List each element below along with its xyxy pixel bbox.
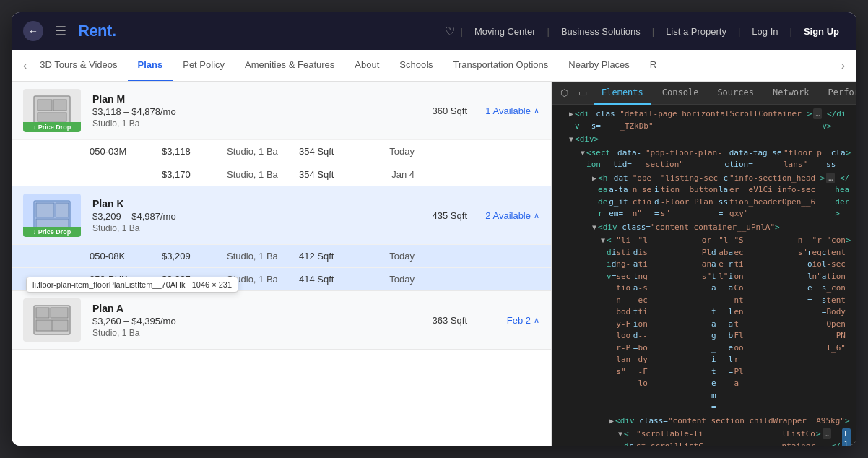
unit-id: 050-03M: [90, 146, 162, 157]
unit-date: Today: [350, 251, 415, 262]
dom-line[interactable]: ▶ <header data-tag_item="open_section" i…: [552, 172, 856, 221]
nav-links: ♡ | Moving Center | Business Solutions |…: [445, 23, 845, 40]
plan-sqft-m: 360 Sqft: [417, 105, 467, 116]
dom-arrow-icon[interactable]: ▶: [592, 173, 596, 183]
plan-details-a: Studio, 1 Ba: [92, 328, 405, 338]
unit-detail: Studio, 1 Ba: [227, 251, 299, 262]
plan-info-a: Plan A $3,260 – $4,395/mo Studio, 1 Ba: [81, 303, 417, 338]
tab-amenities[interactable]: Amenities & Features: [235, 50, 344, 82]
logo: Rent.: [78, 22, 116, 40]
sub-nav: ‹ 3D Tours & Videos Plans Pet Policy Ame…: [12, 50, 856, 82]
tab-plans[interactable]: Plans: [128, 50, 173, 82]
back-button[interactable]: ←: [23, 21, 43, 41]
devtools-tab-network[interactable]: Network: [765, 82, 817, 105]
devtools-tab-elements[interactable]: Elements: [594, 82, 651, 105]
plan-image-k: ↓ Price Drop: [23, 194, 81, 237]
unit-row: $3,170 Studio, 1 Ba 354 Sqft Jan 4: [12, 163, 551, 186]
plan-header-m[interactable]: ↓ Price Drop Plan M $3,118 – $4,878/mo S…: [12, 82, 551, 139]
plan-sqft-k: 435 Sqft: [417, 210, 467, 221]
plan-price-a: $3,260 – $4,395/mo: [92, 316, 405, 327]
plan-name-m: Plan M: [92, 93, 405, 105]
plan-avail-m[interactable]: 1 Available ∧: [467, 105, 539, 116]
tooltip-selector: li.floor-plan-item_floorPlanListItem__70…: [32, 280, 186, 289]
tab-schools[interactable]: Schools: [389, 50, 443, 82]
nav-bar: ← ☰ Rent. ♡ | Moving Center | Business S…: [12, 12, 856, 50]
dom-arrow-icon[interactable]: ▼: [592, 222, 596, 233]
dom-line[interactable]: ▼ <div id="listing-section--body-Floor-P…: [552, 234, 856, 415]
plan-header-k[interactable]: ↓ Price Drop Plan K $3,209 – $4,987/mo S…: [12, 186, 551, 244]
dom-arrow-icon[interactable]: ▼: [569, 134, 573, 144]
nav-link-login[interactable]: Log In: [746, 23, 784, 40]
tooltip-box: li.floor-plan-item_floorPlanListItem__70…: [26, 277, 238, 293]
sub-nav-next-button[interactable]: ›: [838, 59, 848, 72]
plan-avail-k[interactable]: 2 Available ∧: [467, 210, 539, 221]
devtools-cursor-icon[interactable]: ⬡: [557, 86, 571, 100]
tab-more[interactable]: R: [640, 50, 667, 82]
plan-price-k: $3,209 – $4,987/mo: [92, 211, 405, 222]
svg-rect-6: [56, 203, 69, 217]
dom-line[interactable]: ▼ <div class="content-container__uPnlA" …: [552, 221, 856, 235]
plan-details-k: Studio, 1 Ba: [92, 223, 405, 233]
devtools-box-icon[interactable]: ▭: [576, 86, 590, 100]
nav-link-list-property[interactable]: List a Property: [660, 23, 732, 40]
nav-link-signup[interactable]: Sign Up: [798, 23, 845, 40]
unit-date: Today: [350, 274, 415, 285]
plan-header-a[interactable]: Plan A $3,260 – $4,395/mo Studio, 1 Ba 3…: [12, 291, 551, 349]
dom-line[interactable]: ▶ <div class="content_section_childWrapp…: [552, 415, 856, 428]
chevron-up-icon-a: ∧: [534, 316, 539, 325]
sub-nav-prev-button[interactable]: ‹: [20, 59, 30, 72]
dom-arrow-icon[interactable]: ▶: [609, 415, 614, 426]
tab-transportation[interactable]: Transportation Options: [443, 50, 559, 82]
unit-price: $3,170: [162, 169, 227, 180]
svg-rect-5: [36, 203, 54, 217]
main-content: li.floor-plan-item_floorPlanListItem__70…: [12, 82, 856, 446]
svg-rect-10: [51, 308, 68, 318]
unit-detail: Studio, 1 Ba: [227, 169, 299, 180]
dom-arrow-icon[interactable]: ▶: [569, 108, 573, 119]
heart-icon[interactable]: ♡: [445, 25, 455, 38]
price-drop-badge-k: ↓ Price Drop: [23, 227, 81, 237]
dom-line[interactable]: ▼ <section data-tid="pdp-floor-plan-sect…: [552, 147, 856, 172]
unit-sqft: 354 Sqft: [299, 169, 350, 180]
plan-avail-a[interactable]: Feb 2 ∧: [467, 315, 539, 326]
sub-nav-tabs: 3D Tours & Videos Plans Pet Policy Ameni…: [30, 50, 838, 82]
plan-group-k: ↓ Price Drop Plan K $3,209 – $4,987/mo S…: [12, 186, 551, 291]
devtools-tab-sources[interactable]: Sources: [710, 82, 761, 105]
unit-price: $3,118: [162, 146, 227, 157]
plan-group-m: ↓ Price Drop Plan M $3,118 – $4,878/mo S…: [12, 82, 551, 186]
dom-line[interactable]: ▼ <div class="scrollable-list_scrollList…: [552, 428, 856, 446]
tab-nearby[interactable]: Nearby Places: [558, 50, 640, 82]
unit-sqft: 412 Sqft: [299, 251, 350, 262]
plan-image-a: [23, 298, 81, 342]
svg-rect-3: [38, 113, 66, 121]
dom-line[interactable]: ▶ <div class="detail-page_horizontalScro…: [552, 108, 856, 133]
nav-link-moving-center[interactable]: Moving Center: [469, 23, 542, 40]
tab-3d-tours[interactable]: 3D Tours & Videos: [30, 50, 127, 82]
dom-arrow-icon[interactable]: ▼: [601, 235, 605, 246]
dom-line[interactable]: ▼ <div>: [552, 133, 856, 147]
plan-image-m: ↓ Price Drop: [23, 89, 81, 132]
browser-window: ← ☰ Rent. ♡ | Moving Center | Business S…: [12, 12, 856, 446]
unit-id: 050-08K: [90, 251, 162, 262]
hamburger-icon[interactable]: ☰: [55, 23, 66, 39]
plan-price-m: $3,118 – $4,878/mo: [92, 106, 405, 117]
plan-info-m: Plan M $3,118 – $4,878/mo Studio, 1 Ba: [81, 93, 417, 129]
dom-arrow-icon[interactable]: ▼: [581, 147, 585, 158]
plan-name-k: Plan K: [92, 198, 405, 209]
devtools-tab-console[interactable]: Console: [655, 82, 706, 105]
nav-link-business-solutions[interactable]: Business Solutions: [555, 23, 646, 40]
svg-rect-2: [53, 100, 66, 111]
plan-name-a: Plan A: [92, 303, 405, 314]
dom-arrow-icon[interactable]: ▼: [618, 428, 622, 439]
unit-sqft: 354 Sqft: [299, 146, 350, 157]
plan-group-a: Plan A $3,260 – $4,395/mo Studio, 1 Ba 3…: [12, 291, 551, 350]
plan-details-m: Studio, 1 Ba: [92, 118, 405, 129]
tab-about[interactable]: About: [344, 50, 389, 82]
devtools-content[interactable]: ▶ <div class="detail-page_horizontalScro…: [552, 105, 856, 446]
chevron-up-icon-m: ∧: [534, 106, 539, 116]
devtools-toolbar: ⬡ ▭ Elements Console Sources Network Per…: [552, 82, 856, 105]
tab-pet-policy[interactable]: Pet Policy: [173, 50, 235, 82]
floor-plans-wrap: li.floor-plan-item_floorPlanListItem__70…: [12, 82, 551, 350]
devtools-tab-performance[interactable]: Performance: [821, 82, 856, 105]
chevron-up-icon-k: ∧: [534, 211, 539, 220]
